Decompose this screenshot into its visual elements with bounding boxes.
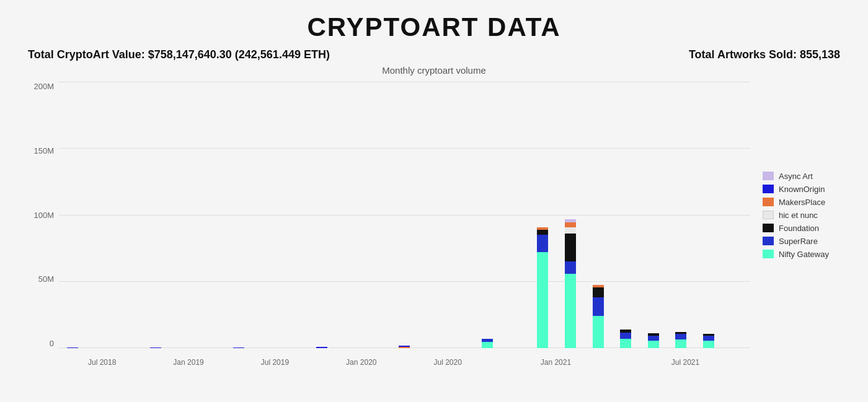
legend-color-async bbox=[763, 172, 774, 180]
bar-segment-nifty bbox=[675, 339, 686, 348]
page-title: CRYPTOART DATA bbox=[25, 12, 843, 42]
y-label-0: 0 bbox=[50, 339, 54, 348]
legend-item-hicetnunc: hic et nunc bbox=[763, 211, 843, 220]
bar-segment-superrare bbox=[565, 261, 576, 274]
bar-stack bbox=[593, 285, 604, 348]
bar-stack bbox=[537, 227, 548, 348]
bar-segment-nifty bbox=[593, 316, 604, 348]
bar-segment-superrare bbox=[703, 336, 714, 341]
legend-color-niftygateway bbox=[763, 250, 774, 258]
bar-stack bbox=[565, 219, 576, 348]
y-label-200m: 200M bbox=[33, 82, 54, 91]
bar-segment-foundation bbox=[565, 234, 576, 261]
bar-group-empty10 bbox=[446, 82, 474, 348]
bar-stack bbox=[482, 339, 493, 348]
x-labels: Jul 2018 Jan 2019 Jul 2019 Jan 2020 Jul … bbox=[59, 348, 750, 367]
legend-item-superrare: SuperRare bbox=[763, 237, 843, 246]
x-label-jan2021: Jan 2021 bbox=[541, 358, 571, 367]
bar-segment bbox=[482, 342, 493, 348]
bar-stack bbox=[620, 330, 631, 348]
legend-label-foundation: Foundation bbox=[779, 224, 819, 233]
bars-container bbox=[59, 82, 750, 348]
stat-value: Total CryptoArt Value: $758,147,640.30 (… bbox=[28, 48, 330, 61]
chart-title: Monthly cryptoart volume bbox=[25, 65, 843, 76]
x-label-jul2018: Jul 2018 bbox=[88, 358, 116, 367]
bar-segment-superrare bbox=[620, 333, 631, 339]
bar-group-jul2021 bbox=[695, 82, 723, 348]
bar-segment-superrare bbox=[537, 235, 548, 252]
bar-segment-nifty bbox=[620, 339, 631, 348]
legend: Async Art KnownOrigin MakersPlace hic et… bbox=[750, 82, 843, 367]
legend-label-superrare: SuperRare bbox=[779, 237, 818, 246]
bar-segment-foundation bbox=[537, 230, 548, 235]
bar-group-jan2020 bbox=[308, 82, 335, 348]
page: CRYPTOART DATA Total CryptoArt Value: $7… bbox=[0, 0, 868, 402]
bar-group-empty7 bbox=[335, 82, 363, 348]
bar-group-empty1 bbox=[87, 82, 115, 348]
bar-group-may2021 bbox=[639, 82, 667, 348]
x-label-jan2019: Jan 2019 bbox=[173, 358, 203, 367]
stat-artworks: Total Artworks Sold: 855,138 bbox=[689, 48, 840, 61]
stats-row: Total CryptoArt Value: $758,147,640.30 (… bbox=[25, 48, 843, 61]
bar-group-jan2019 bbox=[142, 82, 170, 348]
chart-inner: Jul 2018 Jan 2019 Jul 2019 Jan 2020 Jul … bbox=[59, 82, 750, 367]
legend-color-hicetnunc bbox=[763, 211, 774, 219]
bar-group-empty11 bbox=[502, 82, 529, 348]
bar-stack bbox=[703, 334, 714, 348]
legend-color-knownorigin bbox=[763, 185, 774, 193]
bar-segment-hic bbox=[565, 227, 576, 234]
bar-segment-nifty bbox=[648, 341, 659, 348]
x-label-jul2020: Jul 2020 bbox=[434, 358, 462, 367]
bar-group-jul2019 bbox=[225, 82, 253, 348]
bar-segment-makers bbox=[565, 222, 576, 227]
legend-label-hicetnunc: hic et nunc bbox=[779, 211, 818, 220]
legend-label-knownorigin: KnownOrigin bbox=[779, 185, 825, 194]
x-label-jan2020: Jan 2020 bbox=[346, 358, 376, 367]
y-label-150m: 150M bbox=[33, 146, 54, 155]
legend-item-knownorigin: KnownOrigin bbox=[763, 185, 843, 194]
bar-stack bbox=[648, 333, 659, 348]
legend-item-async: Async Art bbox=[763, 172, 843, 181]
bar-segment-superrare bbox=[648, 336, 659, 341]
bar-group-empty6 bbox=[280, 82, 308, 348]
bar-group-apr2021 bbox=[612, 82, 640, 348]
legend-label-makersplace: MakersPlace bbox=[779, 198, 825, 207]
legend-item-niftygateway: Nifty Gateway bbox=[763, 250, 843, 259]
bar-group-jul2018 bbox=[59, 82, 87, 348]
bar-group-mar2021 bbox=[584, 82, 612, 348]
bar-group-empty4 bbox=[197, 82, 225, 348]
bar-group-empty3 bbox=[169, 82, 197, 348]
bar-group-empty2 bbox=[114, 82, 142, 348]
x-label-jul2018-group: Jul 2018 bbox=[59, 348, 145, 367]
x-label-jan2021-group: Jan 2021 bbox=[491, 348, 621, 367]
x-label-jul2020-group: Jul 2020 bbox=[405, 348, 491, 367]
legend-color-foundation bbox=[763, 224, 774, 232]
y-label-50m: 50M bbox=[38, 274, 54, 284]
y-label-100m: 100M bbox=[33, 211, 54, 220]
x-label-jul2019: Jul 2019 bbox=[261, 358, 289, 367]
bar-group-nov2020 bbox=[474, 82, 502, 348]
legend-color-superrare bbox=[763, 237, 774, 245]
legend-label-niftygateway: Nifty Gateway bbox=[779, 250, 829, 259]
chart-area: 200M 150M 100M 50M 0 bbox=[25, 82, 843, 367]
x-label-jan2019-group: Jan 2019 bbox=[145, 348, 231, 367]
x-label-jul2019-group: Jul 2019 bbox=[232, 348, 318, 367]
bar-segment-nifty bbox=[703, 341, 714, 348]
bar-segment-superrare bbox=[593, 297, 604, 316]
bar-group-empty5 bbox=[252, 82, 280, 348]
bar-segment-superrare bbox=[675, 334, 686, 339]
x-label-jan2020-group: Jan 2020 bbox=[318, 348, 404, 367]
bar-group-empty8 bbox=[363, 82, 391, 348]
x-label-jul2021: Jul 2021 bbox=[671, 358, 699, 367]
legend-item-makersplace: MakersPlace bbox=[763, 198, 843, 207]
legend-label-async: Async Art bbox=[779, 172, 813, 181]
bar-group-jan2021 bbox=[529, 82, 557, 348]
y-axis: 200M 150M 100M 50M 0 bbox=[25, 82, 59, 367]
x-label-jul2021-group: Jul 2021 bbox=[621, 348, 750, 367]
bar-segment-foundation bbox=[593, 287, 604, 297]
bar-segment-nifty bbox=[537, 252, 548, 348]
bar-group-feb2021 bbox=[557, 82, 585, 348]
bar-group-jul2020 bbox=[391, 82, 418, 348]
bar-group-empty9 bbox=[418, 82, 446, 348]
bar-segment-nifty bbox=[565, 274, 576, 348]
